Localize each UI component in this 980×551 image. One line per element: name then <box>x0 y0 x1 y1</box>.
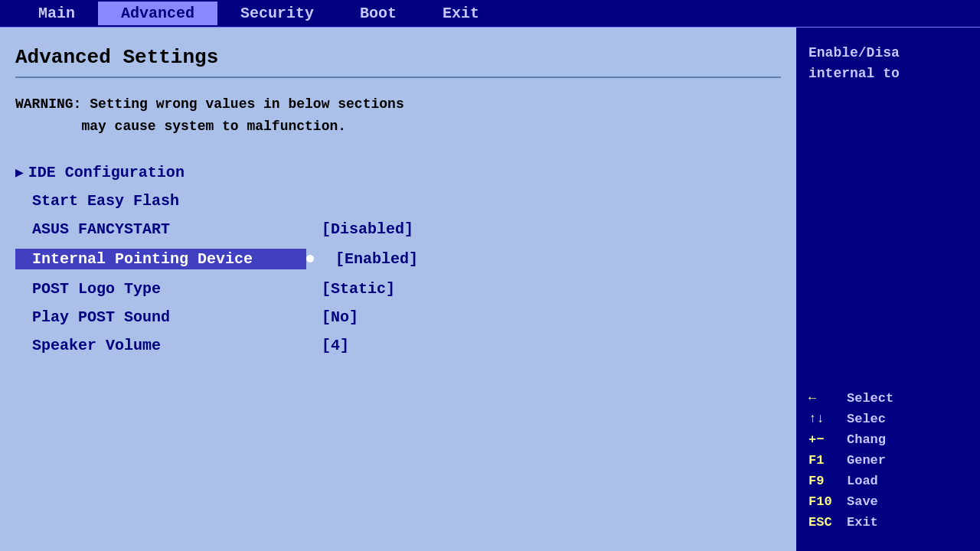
warning-text: WARNING: Setting wrong values in below s… <box>15 93 781 138</box>
panel-divider <box>15 77 781 78</box>
menu-item-flash[interactable]: Start Easy Flash <box>15 189 781 213</box>
help-text: Enable/Disa internal to <box>808 43 968 84</box>
bios-screen: Main Advanced Security Boot Exit Advance… <box>0 0 980 551</box>
menu-item-ide[interactable]: ▶ IDE Configuration <box>15 161 781 184</box>
nav-main[interactable]: Main <box>15 2 98 25</box>
key-esc-desc: Exit <box>847 515 878 530</box>
nav-exit[interactable]: Exit <box>420 2 502 25</box>
logo-label: POST Logo Type <box>15 280 306 298</box>
key-f1-symbol: F1 <box>808 453 847 468</box>
pointing-label: Internal Pointing Device <box>15 249 306 269</box>
flash-label: Start Easy Flash <box>15 192 306 210</box>
ide-arrow-icon: ▶ <box>15 164 24 181</box>
nav-security[interactable]: Security <box>217 2 337 25</box>
sound-label: Play POST Sound <box>15 308 306 326</box>
key-f10-symbol: F10 <box>808 494 847 509</box>
left-panel: Advanced Settings WARNING: Setting wrong… <box>0 28 796 551</box>
menu-item-pointing[interactable]: Internal Pointing Device [Enabled] <box>15 246 781 272</box>
selected-dot <box>306 255 314 262</box>
nav-boot[interactable]: Boot <box>337 2 420 25</box>
volume-value: [4] <box>322 337 349 354</box>
logo-value: [Static] <box>322 280 395 298</box>
key-item-f1: F1 Gener <box>808 453 968 468</box>
panel-title: Advanced Settings <box>15 46 781 69</box>
top-nav: Main Advanced Security Boot Exit <box>0 0 980 28</box>
key-left-desc: Select <box>847 391 893 406</box>
key-plusminus-desc: Chang <box>847 432 886 447</box>
nav-advanced[interactable]: Advanced <box>98 2 217 25</box>
fancystart-label: ASUS FANCYSTART <box>15 220 306 238</box>
pointing-value: [Enabled] <box>335 250 418 268</box>
menu-item-sound[interactable]: Play POST Sound [No] <box>15 305 781 329</box>
key-item-left: ← Select <box>808 391 968 406</box>
fancystart-value: [Disabled] <box>322 220 413 238</box>
key-f9-desc: Load <box>847 474 878 488</box>
key-f9-symbol: F9 <box>808 474 847 488</box>
menu-item-logo[interactable]: POST Logo Type [Static] <box>15 277 781 301</box>
sound-value: [No] <box>322 308 358 326</box>
key-item-f9: F9 Load <box>808 474 968 488</box>
key-item-updown: ↑↓ Selec <box>808 412 968 426</box>
menu-item-volume[interactable]: Speaker Volume [4] <box>15 334 781 357</box>
volume-label: Speaker Volume <box>15 337 306 354</box>
key-updown-desc: Selec <box>847 412 886 426</box>
menu-list: ▶ IDE Configuration Start Easy Flash ASU… <box>15 161 781 357</box>
key-left-symbol: ← <box>808 391 847 406</box>
menu-item-fancystart[interactable]: ASUS FANCYSTART [Disabled] <box>15 217 781 241</box>
ide-label: IDE Configuration <box>28 164 319 181</box>
key-help-list: ← Select ↑↓ Selec +− Chang F1 Gener F9 <box>808 391 968 536</box>
key-f1-desc: Gener <box>847 453 886 468</box>
key-updown-symbol: ↑↓ <box>808 412 847 426</box>
main-content: Advanced Settings WARNING: Setting wrong… <box>0 28 980 551</box>
right-panel: Enable/Disa internal to ← Select ↑↓ Sele… <box>796 28 980 551</box>
key-item-plusminus: +− Chang <box>808 432 968 447</box>
key-item-f10: F10 Save <box>808 494 968 509</box>
key-item-esc: ESC Exit <box>808 515 968 530</box>
key-esc-symbol: ESC <box>808 515 847 530</box>
key-plusminus-symbol: +− <box>808 432 847 447</box>
key-f10-desc: Save <box>847 494 878 509</box>
